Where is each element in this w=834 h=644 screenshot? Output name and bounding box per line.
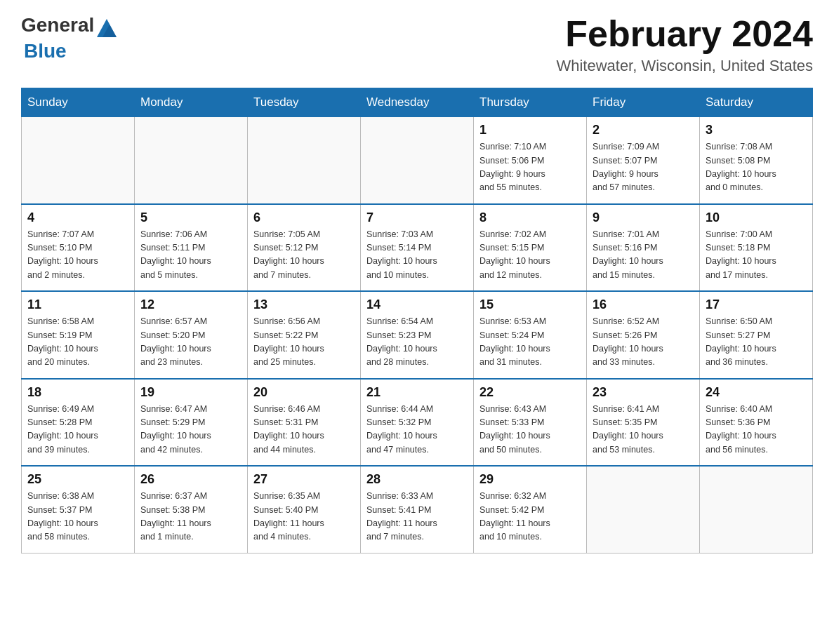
day-number: 2: [593, 123, 694, 137]
day-info: Sunrise: 6:40 AMSunset: 5:36 PMDaylight:…: [706, 403, 807, 457]
day-number: 26: [140, 472, 241, 487]
day-info: Sunrise: 6:37 AMSunset: 5:38 PMDaylight:…: [140, 490, 241, 544]
calendar-cell: [700, 466, 813, 553]
calendar-cell: 21Sunrise: 6:44 AMSunset: 5:32 PMDayligh…: [361, 379, 474, 467]
calendar-week-row: 4Sunrise: 7:07 AMSunset: 5:10 PMDaylight…: [22, 204, 813, 292]
day-number: 17: [706, 297, 807, 312]
day-number: 12: [140, 297, 241, 312]
weekday-header-monday: Monday: [135, 88, 248, 117]
day-info: Sunrise: 6:41 AMSunset: 5:35 PMDaylight:…: [593, 403, 694, 457]
calendar-cell: 8Sunrise: 7:02 AMSunset: 5:15 PMDaylight…: [474, 204, 587, 292]
day-number: 4: [27, 210, 128, 225]
calendar-cell: [22, 117, 135, 204]
calendar-cell: 5Sunrise: 7:06 AMSunset: 5:11 PMDaylight…: [135, 204, 248, 292]
day-info: Sunrise: 7:08 AMSunset: 5:08 PMDaylight:…: [706, 140, 807, 195]
day-info: Sunrise: 7:00 AMSunset: 5:18 PMDaylight:…: [706, 228, 807, 283]
calendar-cell: 3Sunrise: 7:08 AMSunset: 5:08 PMDaylight…: [700, 117, 813, 204]
weekday-header-row: SundayMondayTuesdayWednesdayThursdayFrid…: [22, 88, 813, 117]
logo-text: General Blue: [21, 14, 119, 62]
calendar-cell: 11Sunrise: 6:58 AMSunset: 5:19 PMDayligh…: [22, 291, 135, 379]
calendar-cell: 23Sunrise: 6:41 AMSunset: 5:35 PMDayligh…: [587, 379, 700, 467]
calendar-cell: 2Sunrise: 7:09 AMSunset: 5:07 PMDaylight…: [587, 117, 700, 204]
day-info: Sunrise: 7:06 AMSunset: 5:11 PMDaylight:…: [140, 228, 241, 283]
calendar-week-row: 1Sunrise: 7:10 AMSunset: 5:06 PMDaylight…: [22, 117, 813, 204]
day-number: 6: [253, 210, 355, 225]
calendar-cell: 7Sunrise: 7:03 AMSunset: 5:14 PMDaylight…: [361, 204, 474, 292]
calendar-cell: 22Sunrise: 6:43 AMSunset: 5:33 PMDayligh…: [474, 379, 587, 467]
day-info: Sunrise: 6:50 AMSunset: 5:27 PMDaylight:…: [706, 315, 807, 370]
day-number: 15: [479, 297, 581, 312]
day-info: Sunrise: 6:52 AMSunset: 5:26 PMDaylight:…: [593, 315, 694, 370]
day-number: 16: [593, 297, 694, 312]
day-info: Sunrise: 7:02 AMSunset: 5:15 PMDaylight:…: [479, 228, 581, 283]
calendar-cell: 12Sunrise: 6:57 AMSunset: 5:20 PMDayligh…: [135, 291, 248, 379]
day-number: 5: [140, 210, 241, 225]
calendar-cell: [135, 117, 248, 204]
weekday-header-thursday: Thursday: [474, 88, 587, 117]
calendar-cell: [587, 466, 700, 553]
location-title: Whitewater, Wisconsin, United States: [556, 57, 813, 75]
day-info: Sunrise: 7:05 AMSunset: 5:12 PMDaylight:…: [253, 228, 355, 283]
page-header: General Blue February 2024 Whitewater, W…: [21, 14, 813, 75]
calendar-cell: 10Sunrise: 7:00 AMSunset: 5:18 PMDayligh…: [700, 204, 813, 292]
day-info: Sunrise: 6:46 AMSunset: 5:31 PMDaylight:…: [253, 403, 355, 457]
day-info: Sunrise: 7:10 AMSunset: 5:06 PMDaylight:…: [479, 140, 581, 195]
weekday-header-wednesday: Wednesday: [361, 88, 474, 117]
day-number: 29: [479, 472, 581, 487]
calendar-cell: 1Sunrise: 7:10 AMSunset: 5:06 PMDaylight…: [474, 117, 587, 204]
calendar-week-row: 25Sunrise: 6:38 AMSunset: 5:37 PMDayligh…: [22, 466, 813, 553]
day-number: 18: [27, 385, 128, 400]
day-number: 21: [366, 385, 468, 400]
day-info: Sunrise: 6:32 AMSunset: 5:42 PMDaylight:…: [479, 490, 581, 544]
logo: General Blue: [21, 14, 119, 62]
calendar-cell: 4Sunrise: 7:07 AMSunset: 5:10 PMDaylight…: [22, 204, 135, 292]
day-number: 20: [253, 385, 355, 400]
day-info: Sunrise: 6:54 AMSunset: 5:23 PMDaylight:…: [366, 315, 468, 370]
day-number: 28: [366, 472, 468, 487]
day-info: Sunrise: 6:56 AMSunset: 5:22 PMDaylight:…: [253, 315, 355, 370]
weekday-header-saturday: Saturday: [700, 88, 813, 117]
day-number: 13: [253, 297, 355, 312]
day-number: 22: [479, 385, 581, 400]
weekday-header-tuesday: Tuesday: [248, 88, 361, 117]
day-info: Sunrise: 6:53 AMSunset: 5:24 PMDaylight:…: [479, 315, 581, 370]
calendar-cell: 20Sunrise: 6:46 AMSunset: 5:31 PMDayligh…: [248, 379, 361, 467]
day-info: Sunrise: 7:01 AMSunset: 5:16 PMDaylight:…: [593, 228, 694, 283]
calendar-cell: 15Sunrise: 6:53 AMSunset: 5:24 PMDayligh…: [474, 291, 587, 379]
calendar-cell: [361, 117, 474, 204]
calendar-cell: 26Sunrise: 6:37 AMSunset: 5:38 PMDayligh…: [135, 466, 248, 553]
day-info: Sunrise: 6:33 AMSunset: 5:41 PMDaylight:…: [366, 490, 468, 544]
calendar-cell: [248, 117, 361, 204]
calendar-cell: 27Sunrise: 6:35 AMSunset: 5:40 PMDayligh…: [248, 466, 361, 553]
calendar-cell: 13Sunrise: 6:56 AMSunset: 5:22 PMDayligh…: [248, 291, 361, 379]
calendar-cell: 16Sunrise: 6:52 AMSunset: 5:26 PMDayligh…: [587, 291, 700, 379]
day-number: 24: [706, 385, 807, 400]
day-info: Sunrise: 7:03 AMSunset: 5:14 PMDaylight:…: [366, 228, 468, 283]
day-number: 25: [27, 472, 128, 487]
day-number: 8: [479, 210, 581, 225]
day-number: 19: [140, 385, 241, 400]
calendar-cell: 29Sunrise: 6:32 AMSunset: 5:42 PMDayligh…: [474, 466, 587, 553]
logo-general: General: [21, 14, 94, 36]
calendar-week-row: 18Sunrise: 6:49 AMSunset: 5:28 PMDayligh…: [22, 379, 813, 467]
calendar-week-row: 11Sunrise: 6:58 AMSunset: 5:19 PMDayligh…: [22, 291, 813, 379]
day-number: 7: [366, 210, 468, 225]
calendar-cell: 28Sunrise: 6:33 AMSunset: 5:41 PMDayligh…: [361, 466, 474, 553]
day-info: Sunrise: 6:38 AMSunset: 5:37 PMDaylight:…: [27, 490, 128, 544]
logo-icon: [95, 18, 118, 40]
day-info: Sunrise: 6:43 AMSunset: 5:33 PMDaylight:…: [479, 403, 581, 457]
weekday-header-friday: Friday: [587, 88, 700, 117]
calendar-cell: 24Sunrise: 6:40 AMSunset: 5:36 PMDayligh…: [700, 379, 813, 467]
day-number: 3: [706, 123, 807, 137]
calendar-cell: 19Sunrise: 6:47 AMSunset: 5:29 PMDayligh…: [135, 379, 248, 467]
calendar-table: SundayMondayTuesdayWednesdayThursdayFrid…: [21, 88, 813, 554]
calendar-cell: 9Sunrise: 7:01 AMSunset: 5:16 PMDaylight…: [587, 204, 700, 292]
day-number: 27: [253, 472, 355, 487]
day-info: Sunrise: 6:57 AMSunset: 5:20 PMDaylight:…: [140, 315, 241, 370]
day-info: Sunrise: 6:49 AMSunset: 5:28 PMDaylight:…: [27, 403, 128, 457]
day-number: 1: [479, 123, 581, 137]
calendar-cell: 17Sunrise: 6:50 AMSunset: 5:27 PMDayligh…: [700, 291, 813, 379]
day-number: 9: [593, 210, 694, 225]
day-number: 11: [27, 297, 128, 312]
title-area: February 2024 Whitewater, Wisconsin, Uni…: [556, 14, 813, 75]
